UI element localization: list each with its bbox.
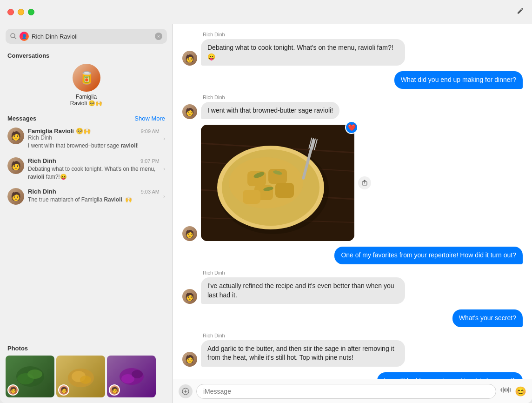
traffic-lights xyxy=(0,9,34,15)
message-bubble: What's your secret? xyxy=(452,309,523,327)
message-list-item[interactable]: 🧑 Rich Dinh 9:07 PM Debating what to coo… xyxy=(2,154,171,185)
chat-messages: 🧑 Rich Dinh Debating what to cook tonigh… xyxy=(173,24,532,379)
avatar-image: 🧑 xyxy=(7,157,24,174)
message-meta: Rich Dinh 9:03 AM xyxy=(28,188,160,195)
message-list-item[interactable]: 🧑 Rich Dinh 9:03 AM The true matriarch o… xyxy=(2,184,171,208)
sender-name-label: Rich Dinh xyxy=(201,94,227,100)
audio-waveform-button[interactable] xyxy=(500,386,511,396)
chat-message-row: What's your secret? xyxy=(182,309,523,327)
message-preview: I went with that browned–butter sage rav… xyxy=(28,142,160,150)
chat-message-row: One of my favorites from your repertoire… xyxy=(182,247,523,264)
chat-sender-avatar: 🧑 xyxy=(182,352,197,367)
photo-sender-avatar: 🧑 xyxy=(7,384,19,396)
message-sender-name: Rich Dinh xyxy=(28,188,56,195)
message-input[interactable] xyxy=(196,384,496,399)
title-bar xyxy=(0,0,532,24)
photos-section-label: Photos xyxy=(6,343,167,356)
photo-sender-avatar: 🧑 xyxy=(58,384,69,396)
avatar-image: 🥫 xyxy=(73,64,100,92)
svg-point-10 xyxy=(132,370,143,378)
search-icon xyxy=(10,33,17,40)
chat-message-row: 🧑 Rich Dinh Debating what to cook tonigh… xyxy=(182,32,523,66)
message-bubble: What did you end up making for dinner? xyxy=(394,71,523,89)
chat-sender-avatar: 🧑 xyxy=(182,289,197,304)
conversations-section-label: Conversations xyxy=(0,49,173,61)
message-sender-avatar: 🧑 xyxy=(7,188,24,205)
show-more-button[interactable]: Show More xyxy=(134,115,165,122)
chat-message-row: 🧑 xyxy=(182,125,523,241)
chat-sender-avatar: 🧑 xyxy=(182,104,197,119)
message-reaction[interactable]: ❤️ xyxy=(345,121,358,134)
chat-message-row: 🧑 Rich Dinh I've actually refined the re… xyxy=(182,270,523,304)
conversation-item-famiglia[interactable]: 🥫 FamigliaRavioli 🥺🙌 xyxy=(6,61,167,109)
svg-line-1 xyxy=(14,37,16,39)
compose-button[interactable] xyxy=(516,7,525,17)
sidebar: 👤 × Conversations 🥫 FamigliaRavioli 🥺🙌 M… xyxy=(0,0,173,403)
sender-name-label: Rich Dinh xyxy=(201,270,227,275)
chevron-right-icon: › xyxy=(163,135,165,142)
message-meta: Famiglia Ravioli 🥺🙌 Rich Dinh 9:09 AM xyxy=(28,128,160,141)
bubble-group: Incredible. I have to try making this fo… xyxy=(377,372,523,379)
photo-thumbnail[interactable]: 🧑 xyxy=(6,356,54,397)
fullscreen-button[interactable] xyxy=(28,9,34,15)
message-group-name: Famiglia Ravioli 🥺🙌 Rich Dinh xyxy=(28,128,91,141)
chat-sender-avatar: 🧑 xyxy=(182,226,197,241)
messages-section: Messages Show More 🧑 Famiglia Ravioli 🥺🙌… xyxy=(0,113,173,339)
share-button[interactable] xyxy=(358,176,371,189)
message-bubble: I went with that browned-butter sage rav… xyxy=(201,102,339,120)
message-meta: Rich Dinh 9:07 PM xyxy=(28,157,160,164)
search-input[interactable] xyxy=(32,33,152,40)
message-bubble: Incredible. I have to try making this fo… xyxy=(377,372,523,379)
avatar-image: 🧑 xyxy=(7,128,24,144)
search-bar[interactable]: 👤 × xyxy=(6,29,167,44)
message-time: 9:03 AM xyxy=(141,189,160,195)
message-bubble: Add garlic to the butter, and then stir … xyxy=(201,340,405,367)
photos-grid: 🧑 🧑 xyxy=(6,356,167,397)
bubble-group: Rich Dinh I've actually refined the reci… xyxy=(201,270,405,304)
bubble-group: Rich Dinh Add garlic to the butter, and … xyxy=(201,333,405,367)
bubble-group: ❤️ xyxy=(201,125,354,241)
chat-image[interactable] xyxy=(201,125,354,241)
emoji-picker-button[interactable]: 😊 xyxy=(515,386,526,397)
app-store-button[interactable] xyxy=(179,384,193,398)
image-bubble-wrapper: ❤️ xyxy=(201,125,354,241)
message-details: Rich Dinh 9:03 AM The true matriarch of … xyxy=(28,188,160,204)
chat-input-area: 😊 xyxy=(173,379,532,403)
photo-thumbnail[interactable]: 🧑 xyxy=(107,356,156,397)
photo-thumbnail[interactable]: 🧑 xyxy=(56,356,105,397)
avatar-image: 🧑 xyxy=(7,188,24,205)
chat-message-row: Incredible. I have to try making this fo… xyxy=(182,372,523,379)
minimize-button[interactable] xyxy=(18,9,24,15)
svg-point-7 xyxy=(80,376,91,384)
chat-message-row: 🧑 Rich Dinh Add garlic to the butter, an… xyxy=(182,333,523,367)
chevron-right-icon: › xyxy=(163,193,165,200)
close-button[interactable] xyxy=(7,9,14,15)
conversations-section: 🥫 FamigliaRavioli 🥺🙌 xyxy=(0,61,173,113)
chat-message-row: What did you end up making for dinner? xyxy=(182,71,523,89)
message-preview: Debating what to cook tonight. What's on… xyxy=(28,165,160,181)
svg-point-0 xyxy=(11,34,15,38)
messages-section-label: Messages xyxy=(7,115,36,122)
chat-sender-avatar: 🧑 xyxy=(182,51,197,66)
sender-name-label: Rich Dinh xyxy=(201,333,227,338)
message-time: 9:07 PM xyxy=(140,158,160,164)
message-bubble: One of my favorites from your repertoire… xyxy=(334,247,523,264)
svg-point-4 xyxy=(27,369,42,379)
message-bubble: Debating what to cook tonight. What's on… xyxy=(201,39,405,66)
conversation-name: FamigliaRavioli 🥺🙌 xyxy=(70,94,102,107)
message-sender-avatar: 🧑 xyxy=(7,157,24,174)
chat-message-row: 🧑 Rich Dinh I went with that browned-but… xyxy=(182,94,523,120)
conversation-avatar: 🥫 xyxy=(73,64,100,92)
message-sender-name: Rich Dinh xyxy=(28,157,56,164)
message-details: Famiglia Ravioli 🥺🙌 Rich Dinh 9:09 AM I … xyxy=(28,128,160,150)
svg-point-31 xyxy=(229,157,303,208)
bubble-group: What did you end up making for dinner? xyxy=(394,71,523,89)
main-content: To: Famiglia Ravioli 🥺🙌 xyxy=(173,0,532,403)
message-bubble: I've actually refined the recipe and it'… xyxy=(201,277,405,304)
message-time: 9:09 AM xyxy=(141,128,160,134)
search-clear-button[interactable]: × xyxy=(155,33,162,40)
bubble-group: What's your secret? xyxy=(452,309,523,327)
photo-sender-avatar: 🧑 xyxy=(109,384,120,396)
message-list-item[interactable]: 🧑 Famiglia Ravioli 🥺🙌 Rich Dinh 9:09 AM … xyxy=(2,124,171,154)
message-details: Rich Dinh 9:07 PM Debating what to cook … xyxy=(28,157,160,181)
